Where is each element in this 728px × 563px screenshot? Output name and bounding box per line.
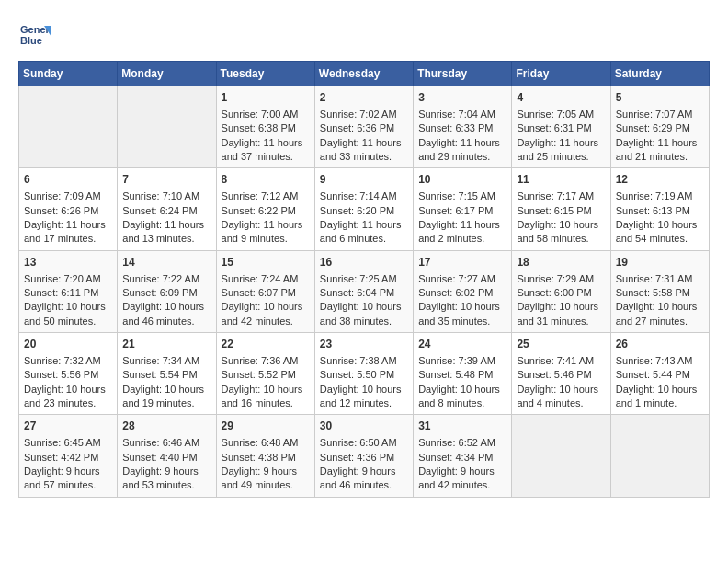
header-row: SundayMondayTuesdayWednesdayThursdayFrid… xyxy=(19,62,710,86)
day-cell: 14Sunrise: 7:22 AMSunset: 6:09 PMDayligh… xyxy=(118,250,216,332)
day-number: 11 xyxy=(517,172,605,188)
sunrise-text: Sunrise: 7:32 AM xyxy=(24,354,112,368)
sunset-text: Sunset: 6:11 PM xyxy=(24,286,112,300)
daylight-text: Daylight: 9 hours and 42 minutes. xyxy=(418,465,506,493)
day-cell: 10Sunrise: 7:15 AMSunset: 6:17 PMDayligh… xyxy=(414,168,512,250)
week-row-1: 1Sunrise: 7:00 AMSunset: 6:38 PMDaylight… xyxy=(19,86,710,168)
sunrise-text: Sunrise: 7:41 AM xyxy=(517,354,605,368)
daylight-text: Daylight: 10 hours and 50 minutes. xyxy=(24,300,112,328)
daylight-text: Daylight: 11 hours and 29 minutes. xyxy=(418,136,506,165)
daylight-text: Daylight: 10 hours and 58 minutes. xyxy=(517,218,605,247)
day-number: 26 xyxy=(616,337,704,352)
sunrise-text: Sunrise: 7:20 AM xyxy=(24,272,112,286)
daylight-text: Daylight: 11 hours and 37 minutes. xyxy=(222,136,310,165)
day-number: 8 xyxy=(222,172,310,188)
sunset-text: Sunset: 6:13 PM xyxy=(616,204,704,218)
week-row-4: 20Sunrise: 7:32 AMSunset: 5:56 PMDayligh… xyxy=(19,333,710,415)
daylight-text: Daylight: 10 hours and 42 minutes. xyxy=(222,300,310,328)
day-cell: 29Sunrise: 6:48 AMSunset: 4:38 PMDayligh… xyxy=(216,415,314,497)
day-cell: 1Sunrise: 7:00 AMSunset: 6:38 PMDaylight… xyxy=(216,86,314,168)
day-number: 4 xyxy=(517,90,605,106)
day-number: 24 xyxy=(418,337,506,352)
logo-icon: General Blue xyxy=(18,18,51,52)
sunset-text: Sunset: 4:42 PM xyxy=(24,451,112,465)
sunset-text: Sunset: 5:48 PM xyxy=(418,368,506,382)
sunset-text: Sunset: 6:04 PM xyxy=(320,286,408,300)
daylight-text: Daylight: 10 hours and 1 minute. xyxy=(616,383,704,411)
day-cell xyxy=(610,415,709,497)
header-cell-tuesday: Tuesday xyxy=(216,62,314,86)
page-header: General Blue xyxy=(18,18,710,52)
day-number: 15 xyxy=(222,255,310,270)
sunrise-text: Sunrise: 7:29 AM xyxy=(517,272,605,286)
daylight-text: Daylight: 10 hours and 46 minutes. xyxy=(122,300,210,328)
day-cell: 26Sunrise: 7:43 AMSunset: 5:44 PMDayligh… xyxy=(610,333,709,415)
sunset-text: Sunset: 5:56 PM xyxy=(24,368,112,382)
sunset-text: Sunset: 5:50 PM xyxy=(320,368,408,382)
sunset-text: Sunset: 6:07 PM xyxy=(222,286,310,300)
sunset-text: Sunset: 6:26 PM xyxy=(24,204,112,218)
sunrise-text: Sunrise: 7:19 AM xyxy=(616,190,704,203)
sunrise-text: Sunrise: 7:09 AM xyxy=(24,190,112,203)
daylight-text: Daylight: 10 hours and 23 minutes. xyxy=(24,383,112,411)
sunrise-text: Sunrise: 7:04 AM xyxy=(418,108,506,121)
daylight-text: Daylight: 9 hours and 46 minutes. xyxy=(320,465,408,493)
day-number: 27 xyxy=(24,419,112,434)
sunrise-text: Sunrise: 6:45 AM xyxy=(24,436,112,450)
day-number: 29 xyxy=(222,419,310,434)
day-number: 23 xyxy=(320,337,408,352)
daylight-text: Daylight: 11 hours and 6 minutes. xyxy=(320,218,408,247)
day-number: 17 xyxy=(418,255,506,270)
sunset-text: Sunset: 5:58 PM xyxy=(616,286,704,300)
day-number: 10 xyxy=(418,172,506,188)
day-number: 21 xyxy=(122,337,210,352)
day-cell: 19Sunrise: 7:31 AMSunset: 5:58 PMDayligh… xyxy=(610,250,709,332)
day-cell: 22Sunrise: 7:36 AMSunset: 5:52 PMDayligh… xyxy=(216,333,314,415)
day-number: 7 xyxy=(122,172,210,188)
sunrise-text: Sunrise: 7:31 AM xyxy=(616,272,704,286)
calendar-table: SundayMondayTuesdayWednesdayThursdayFrid… xyxy=(18,61,710,498)
sunrise-text: Sunrise: 7:05 AM xyxy=(517,108,605,121)
header-cell-monday: Monday xyxy=(118,62,216,86)
sunset-text: Sunset: 6:20 PM xyxy=(320,204,408,218)
sunrise-text: Sunrise: 7:39 AM xyxy=(418,354,506,368)
sunrise-text: Sunrise: 6:46 AM xyxy=(122,436,210,450)
sunset-text: Sunset: 6:15 PM xyxy=(517,204,605,218)
sunset-text: Sunset: 6:24 PM xyxy=(122,204,210,218)
sunrise-text: Sunrise: 6:50 AM xyxy=(320,436,408,450)
sunset-text: Sunset: 6:00 PM xyxy=(517,286,605,300)
day-cell: 16Sunrise: 7:25 AMSunset: 6:04 PMDayligh… xyxy=(314,250,413,332)
sunset-text: Sunset: 6:17 PM xyxy=(418,204,506,218)
sunset-text: Sunset: 4:34 PM xyxy=(418,451,506,465)
daylight-text: Daylight: 10 hours and 19 minutes. xyxy=(122,383,210,411)
day-cell: 17Sunrise: 7:27 AMSunset: 6:02 PMDayligh… xyxy=(414,250,512,332)
day-cell xyxy=(512,415,610,497)
day-number: 1 xyxy=(222,90,310,106)
day-number: 19 xyxy=(616,255,704,270)
daylight-text: Daylight: 10 hours and 4 minutes. xyxy=(517,383,605,411)
day-cell: 6Sunrise: 7:09 AMSunset: 6:26 PMDaylight… xyxy=(19,168,118,250)
daylight-text: Daylight: 11 hours and 2 minutes. xyxy=(418,218,506,247)
day-cell: 2Sunrise: 7:02 AMSunset: 6:36 PMDaylight… xyxy=(314,86,413,168)
sunrise-text: Sunrise: 7:15 AM xyxy=(418,190,506,203)
daylight-text: Daylight: 10 hours and 54 minutes. xyxy=(616,218,704,247)
sunrise-text: Sunrise: 7:34 AM xyxy=(122,354,210,368)
sunset-text: Sunset: 5:54 PM xyxy=(122,368,210,382)
header-cell-saturday: Saturday xyxy=(610,62,709,86)
day-cell: 25Sunrise: 7:41 AMSunset: 5:46 PMDayligh… xyxy=(512,333,610,415)
day-number: 20 xyxy=(24,337,112,352)
sunset-text: Sunset: 6:22 PM xyxy=(222,204,310,218)
day-cell: 24Sunrise: 7:39 AMSunset: 5:48 PMDayligh… xyxy=(414,333,512,415)
daylight-text: Daylight: 10 hours and 27 minutes. xyxy=(616,300,704,328)
day-cell: 23Sunrise: 7:38 AMSunset: 5:50 PMDayligh… xyxy=(314,333,413,415)
day-number: 9 xyxy=(320,172,408,188)
week-row-5: 27Sunrise: 6:45 AMSunset: 4:42 PMDayligh… xyxy=(19,415,710,497)
daylight-text: Daylight: 11 hours and 21 minutes. xyxy=(616,136,704,165)
day-cell: 18Sunrise: 7:29 AMSunset: 6:00 PMDayligh… xyxy=(512,250,610,332)
sunset-text: Sunset: 6:36 PM xyxy=(320,121,408,135)
week-row-3: 13Sunrise: 7:20 AMSunset: 6:11 PMDayligh… xyxy=(19,250,710,332)
sunset-text: Sunset: 5:52 PM xyxy=(222,368,310,382)
header-cell-friday: Friday xyxy=(512,62,610,86)
day-cell xyxy=(118,86,216,168)
day-cell: 9Sunrise: 7:14 AMSunset: 6:20 PMDaylight… xyxy=(314,168,413,250)
